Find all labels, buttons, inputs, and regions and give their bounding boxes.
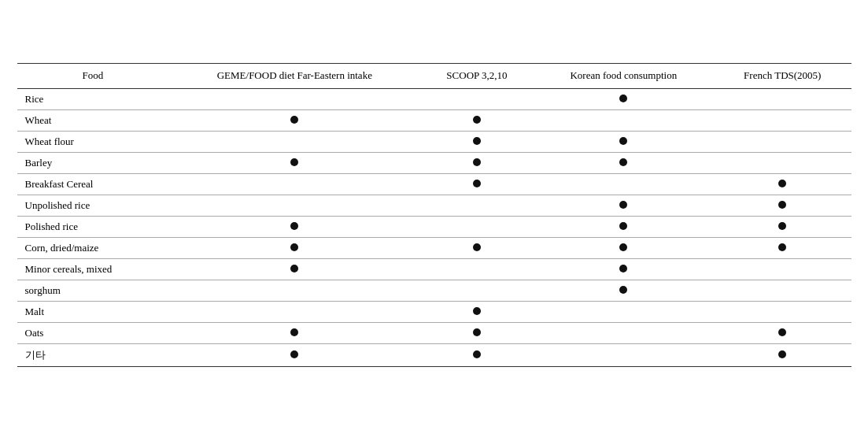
dot-cell <box>714 131 851 152</box>
food-name-cell: Corn, dried/maize <box>17 237 169 258</box>
food-table: Food GEME/FOOD diet Far-Eastern intake S… <box>17 63 851 366</box>
food-name-cell: Unpolished rice <box>17 195 169 216</box>
dot-indicator <box>473 350 481 358</box>
dot-indicator <box>778 180 786 187</box>
food-name-cell: Wheat <box>17 109 169 131</box>
dot-cell <box>714 152 851 173</box>
table-row: Rice <box>17 88 851 109</box>
dot-cell <box>420 173 533 195</box>
dot-indicator <box>619 243 627 251</box>
dot-cell <box>420 195 533 216</box>
dot-cell <box>714 109 851 131</box>
dot-indicator <box>778 201 786 209</box>
dot-cell <box>168 343 420 366</box>
table-row: Oats <box>17 322 851 343</box>
dot-cell <box>714 216 851 237</box>
dot-indicator <box>473 116 481 124</box>
table-row: sorghum <box>17 280 851 301</box>
food-name-cell: Breakfast Cereal <box>17 173 169 195</box>
food-name-cell: Rice <box>17 88 169 109</box>
table-row: 기타 <box>17 343 851 366</box>
dot-cell <box>534 343 715 366</box>
food-name-cell: Oats <box>17 322 169 343</box>
table-row: Barley <box>17 152 851 173</box>
dot-cell <box>714 322 851 343</box>
dot-indicator <box>290 265 298 272</box>
dot-cell <box>420 109 533 131</box>
dot-cell <box>534 280 715 301</box>
dot-indicator <box>619 137 627 145</box>
dot-cell <box>534 216 715 237</box>
food-name-cell: Minor cereals, mixed <box>17 258 169 280</box>
dot-indicator <box>473 180 481 187</box>
dot-indicator <box>619 95 627 102</box>
dot-cell <box>714 195 851 216</box>
dot-cell <box>420 152 533 173</box>
dot-indicator <box>619 265 627 272</box>
table-row: Wheat <box>17 109 851 131</box>
dot-indicator <box>290 116 298 124</box>
dot-cell <box>534 301 715 322</box>
food-name-cell: Malt <box>17 301 169 322</box>
dot-indicator <box>473 158 481 166</box>
dot-indicator <box>290 350 298 358</box>
dot-indicator <box>778 328 786 336</box>
dot-cell <box>420 131 533 152</box>
dot-cell <box>534 109 715 131</box>
dot-indicator <box>778 243 786 251</box>
dot-cell <box>534 237 715 258</box>
dot-cell <box>714 343 851 366</box>
table-row: Malt <box>17 301 851 322</box>
dot-cell <box>168 301 420 322</box>
dot-indicator <box>619 222 627 230</box>
dot-indicator <box>473 243 481 251</box>
dot-cell <box>420 322 533 343</box>
dot-cell <box>420 88 533 109</box>
dot-cell <box>168 131 420 152</box>
dot-cell <box>534 195 715 216</box>
dot-cell <box>168 280 420 301</box>
dot-cell <box>534 322 715 343</box>
table-row: Corn, dried/maize <box>17 237 851 258</box>
main-table-container: Food GEME/FOOD diet Far-Eastern intake S… <box>17 63 851 366</box>
col-header-geme: GEME/FOOD diet Far-Eastern intake <box>168 64 420 88</box>
dot-cell <box>420 237 533 258</box>
dot-indicator <box>619 286 627 294</box>
dot-cell <box>168 152 420 173</box>
dot-cell <box>168 237 420 258</box>
dot-cell <box>420 301 533 322</box>
col-header-food: Food <box>17 64 169 88</box>
dot-cell <box>420 258 533 280</box>
table-row: Minor cereals, mixed <box>17 258 851 280</box>
dot-cell <box>168 195 420 216</box>
dot-cell <box>534 258 715 280</box>
dot-indicator <box>619 201 627 209</box>
dot-cell <box>534 88 715 109</box>
dot-cell <box>168 109 420 131</box>
dot-cell <box>420 343 533 366</box>
dot-indicator <box>290 328 298 336</box>
table-row: Breakfast Cereal <box>17 173 851 195</box>
dot-indicator <box>619 158 627 166</box>
food-name-cell: Wheat flour <box>17 131 169 152</box>
food-name-cell: sorghum <box>17 280 169 301</box>
col-header-scoop: SCOOP 3,2,10 <box>420 64 533 88</box>
dot-indicator <box>778 350 786 358</box>
table-row: Wheat flour <box>17 131 851 152</box>
table-row: Unpolished rice <box>17 195 851 216</box>
food-name-cell: Barley <box>17 152 169 173</box>
dot-cell <box>534 131 715 152</box>
dot-indicator <box>778 222 786 230</box>
table-row: Polished rice <box>17 216 851 237</box>
dot-indicator <box>473 137 481 145</box>
dot-cell <box>168 258 420 280</box>
dot-cell <box>168 322 420 343</box>
dot-indicator <box>290 243 298 251</box>
dot-cell <box>714 258 851 280</box>
dot-indicator <box>473 307 481 315</box>
dot-indicator <box>290 158 298 166</box>
dot-cell <box>714 301 851 322</box>
col-header-korean: Korean food consumption <box>534 64 715 88</box>
food-name-cell: Polished rice <box>17 216 169 237</box>
dot-cell <box>420 280 533 301</box>
